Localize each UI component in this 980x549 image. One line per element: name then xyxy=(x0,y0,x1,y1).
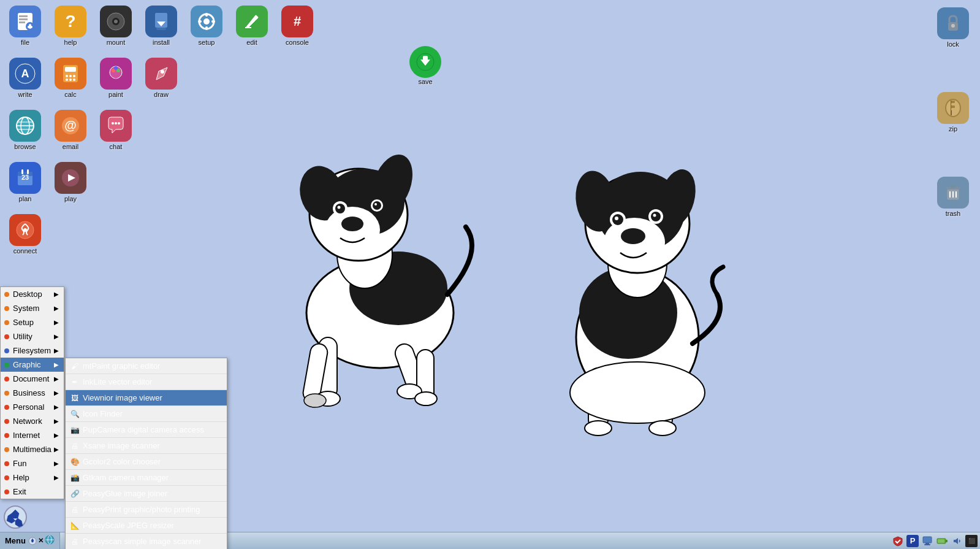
taskbar-shield-icon[interactable] xyxy=(892,535,904,547)
icon-install[interactable]: install xyxy=(139,3,183,48)
peasyglue-icon: 🔗 xyxy=(69,488,80,499)
menu-item-utility[interactable]: Utility ▶ xyxy=(1,329,64,344)
submenu-gtkam[interactable]: 📸 Gtkam camera manager xyxy=(66,470,227,486)
dot-system xyxy=(4,306,9,311)
svg-point-85 xyxy=(112,122,114,125)
menu-item-fun[interactable]: Fun ▶ xyxy=(1,456,64,470)
svg-rect-126 xyxy=(946,540,948,542)
svg-text:23: 23 xyxy=(21,174,29,181)
dot-graphic xyxy=(4,363,9,367)
peasyscan-icon: 🖨 xyxy=(69,536,80,547)
taskbar-terminal-icon[interactable]: ⬛ xyxy=(965,535,978,547)
icon-console[interactable]: # console xyxy=(275,3,319,48)
svg-point-41 xyxy=(585,421,612,436)
dot-personal xyxy=(4,405,9,410)
svg-point-15 xyxy=(338,206,341,209)
svg-point-18 xyxy=(374,203,377,205)
taskbar-x-icon[interactable]: ✕ xyxy=(38,537,44,545)
icon-lock[interactable]: lock xyxy=(931,5,975,50)
svg-rect-127 xyxy=(938,539,944,543)
submenu-iconfinder[interactable]: 🔍 Icon Finder xyxy=(66,406,227,422)
menu-item-document[interactable]: Document ▶ xyxy=(1,372,64,386)
menu-item-personal[interactable]: Personal ▶ xyxy=(1,400,64,414)
submenu-gcolor2[interactable]: 🎨 Gcolor2 color chooser xyxy=(66,454,227,470)
svg-rect-99 xyxy=(423,56,428,61)
menu-item-multimedia[interactable]: Multimedia ▶ xyxy=(1,442,64,456)
icon-setup[interactable]: setup xyxy=(184,3,229,48)
svg-point-42 xyxy=(649,421,676,436)
taskbar-p-icon[interactable]: P xyxy=(906,535,919,547)
icon-write[interactable]: A write xyxy=(3,55,47,101)
icon-zip[interactable]: zip xyxy=(931,90,975,135)
gcolor2-icon: 🎨 xyxy=(69,456,80,467)
dot-help xyxy=(4,475,9,480)
menu-item-help[interactable]: Help ▶ xyxy=(1,470,64,485)
svg-point-71 xyxy=(69,79,72,81)
icon-paint[interactable]: paint xyxy=(94,55,138,101)
svg-point-69 xyxy=(73,75,75,77)
taskbar-volume-icon[interactable] xyxy=(951,535,963,547)
svg-point-27 xyxy=(570,362,705,423)
svg-rect-66 xyxy=(65,67,76,72)
icon-plan[interactable]: 23 plan xyxy=(3,159,47,205)
icon-draw[interactable]: draw xyxy=(139,55,183,101)
submenu-mtpaint[interactable]: 🖌 mtPaint graphic editor xyxy=(66,358,227,374)
icon-trash[interactable]: trash xyxy=(931,174,975,220)
svg-rect-123 xyxy=(925,543,929,544)
icon-file[interactable]: file xyxy=(3,3,47,48)
svg-rect-104 xyxy=(951,103,955,106)
icon-edit[interactable]: edit xyxy=(230,3,274,48)
peasyscale-icon: 📐 xyxy=(69,520,80,531)
menu-item-filesystem[interactable]: Filesystem ▶ xyxy=(1,344,64,358)
submenu-pupcamera[interactable]: 📷 PupCamera digital camera access xyxy=(66,422,227,438)
svg-marker-128 xyxy=(954,538,958,544)
pupcamera-icon: 📷 xyxy=(69,424,80,436)
icon-play[interactable]: play xyxy=(48,159,93,205)
menu-item-graphic[interactable]: Graphic ▶ 🖌 mtPaint graphic editor ✒ Ink… xyxy=(1,358,64,372)
dot-exit xyxy=(4,489,9,494)
icon-mount[interactable]: mount xyxy=(94,3,138,48)
submenu-inklite[interactable]: ✒ InkLite vector editor xyxy=(66,374,227,390)
svg-point-101 xyxy=(951,24,955,28)
taskbar-globe-icon xyxy=(45,535,55,547)
svg-point-67 xyxy=(66,75,68,77)
submenu-xsane[interactable]: 🖨 Xsane image scanner xyxy=(66,438,227,454)
menu-item-system[interactable]: System ▶ xyxy=(1,301,64,315)
svg-point-17 xyxy=(373,201,381,210)
icon-email[interactable]: @ email xyxy=(48,107,93,153)
submenu-peasyglue[interactable]: 🔗 PeasyGlue image joiner xyxy=(66,486,227,502)
submenu-peasyscale[interactable]: 📐 PeasyScale JPEG resizer xyxy=(66,518,227,534)
wallpaper-dogs xyxy=(165,49,840,478)
svg-point-40 xyxy=(653,214,656,217)
menu-item-desktop[interactable]: Desktop ▶ xyxy=(1,287,64,301)
taskbar-start-button[interactable]: Menu ✕ xyxy=(0,532,60,549)
svg-rect-45 xyxy=(19,18,28,20)
menu-item-exit[interactable]: Exit xyxy=(1,485,64,499)
svg-rect-124 xyxy=(924,544,930,545)
taskbar-battery-icon[interactable] xyxy=(936,535,948,547)
submenu-peasyprint[interactable]: 🖨 PeasyPrint graphic/photo printing xyxy=(66,502,227,518)
svg-point-96 xyxy=(23,228,27,232)
menu-item-internet[interactable]: Internet ▶ xyxy=(1,428,64,442)
submenu-viewnior[interactable]: 🖼 Viewnior image viewer xyxy=(66,390,227,406)
submenu-peasyscan[interactable]: 🖨 Peasyscan simple image scanner xyxy=(66,534,227,549)
svg-rect-92 xyxy=(27,169,29,174)
menu-item-setup[interactable]: Setup ▶ xyxy=(1,315,64,329)
icon-calc[interactable]: calc xyxy=(48,55,93,101)
taskbar-monitor-icon[interactable] xyxy=(921,535,933,547)
icon-help[interactable]: ? help xyxy=(48,3,93,48)
icon-save[interactable]: save xyxy=(409,46,441,85)
menu-ball-icon[interactable] xyxy=(3,505,28,529)
icon-browse[interactable]: browse xyxy=(3,107,47,153)
menu-item-network[interactable]: Network ▶ xyxy=(1,414,64,428)
desktop-icons-row3: browse @ email chat xyxy=(3,107,138,153)
menu-item-business[interactable]: Business ▶ xyxy=(1,386,64,400)
icon-chat[interactable]: chat xyxy=(94,107,138,153)
svg-point-37 xyxy=(615,217,618,220)
desktop-icons-row4: 23 plan play xyxy=(3,159,93,205)
svg-rect-105 xyxy=(951,106,955,108)
dot-desktop xyxy=(4,292,9,297)
svg-text:A: A xyxy=(21,67,29,80)
icon-connect[interactable]: connect xyxy=(3,212,47,257)
svg-point-21 xyxy=(304,394,326,407)
